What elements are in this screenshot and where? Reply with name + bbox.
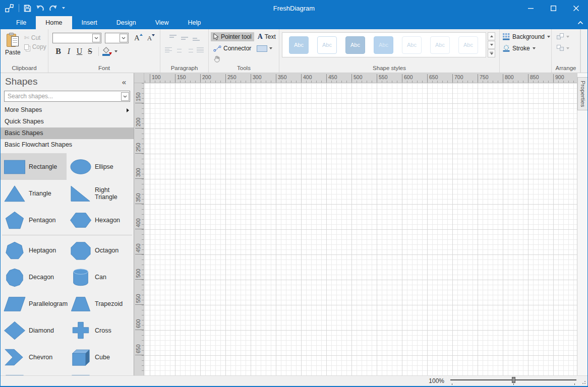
grow-font-button[interactable]: A bbox=[132, 34, 142, 42]
text-tool-button[interactable]: A Text bbox=[255, 32, 278, 42]
maximize-button[interactable] bbox=[542, 0, 565, 16]
copy-button[interactable]: Copy bbox=[24, 43, 46, 50]
pointer-tool-button[interactable]: Pointer tool bbox=[211, 32, 254, 41]
shape-search-box bbox=[4, 91, 130, 102]
shape-item-parallelogram[interactable]: Parallelogram bbox=[1, 290, 67, 317]
sidebar-item-basic-shapes[interactable]: Basic Shapes bbox=[1, 127, 134, 139]
shape-item-pentagon[interactable]: Pentagon bbox=[1, 207, 67, 233]
stroke-button[interactable]: Stroke bbox=[503, 43, 551, 54]
shape-item-chevron[interactable]: Chevron bbox=[1, 344, 67, 370]
font-group: A A B I U S Font bbox=[48, 29, 160, 73]
sidebar-item-quick-shapes[interactable]: Quick Shapes bbox=[1, 116, 134, 127]
chevron-shape-icon bbox=[1, 347, 29, 367]
redo-button[interactable] bbox=[49, 5, 57, 12]
shape-item-partial[interactable] bbox=[67, 370, 133, 375]
shape-gallery-row: DecagonCan bbox=[1, 264, 134, 290]
underline-button[interactable]: U bbox=[75, 47, 84, 56]
shape-item-octagon[interactable]: Octagon bbox=[67, 237, 133, 264]
style-scroll-up-button[interactable] bbox=[488, 32, 495, 40]
style-scroll-down-button[interactable] bbox=[488, 41, 495, 49]
strikethrough-button[interactable]: S bbox=[85, 47, 95, 56]
style-gallery-expand-button[interactable] bbox=[488, 49, 495, 57]
shape-item-rectangle[interactable]: Rectangle bbox=[1, 153, 67, 180]
send-backward-button[interactable] bbox=[557, 43, 580, 54]
shape-gallery-row: DiamondCross bbox=[1, 317, 134, 344]
shape-style-tile-4[interactable]: Abc bbox=[374, 36, 393, 54]
align-left-button[interactable] bbox=[165, 47, 172, 53]
shape-style-tile-3[interactable]: Abc bbox=[345, 36, 365, 54]
italic-button[interactable]: I bbox=[64, 47, 74, 56]
undo-button[interactable] bbox=[36, 5, 44, 12]
search-shapes-input[interactable] bbox=[5, 93, 121, 100]
tab-design[interactable]: Design bbox=[107, 16, 146, 29]
ribbon-tab-bar: FileHomeInsertDesignViewHelp bbox=[1, 16, 587, 29]
pan-hand-icon[interactable] bbox=[213, 55, 220, 62]
connector-tool-button[interactable]: Connector bbox=[211, 44, 254, 53]
shape-item-ellipse[interactable]: Ellipse bbox=[67, 153, 133, 180]
shape-item-cube[interactable]: Cube bbox=[67, 344, 133, 370]
octagon-shape-icon bbox=[67, 240, 95, 261]
shape-item-label: Chevron bbox=[29, 354, 52, 361]
shape-style-tile-5[interactable]: Abc bbox=[402, 36, 422, 54]
collapse-panel-icon[interactable]: « bbox=[122, 78, 134, 86]
shape-style-tile-1[interactable]: Abc bbox=[289, 36, 309, 54]
shape-item-right-triangle[interactable]: Right Triangle bbox=[67, 180, 133, 207]
shape-item-trapezoid[interactable]: Trapezoid bbox=[67, 290, 133, 317]
cut-button[interactable]: ✄ Cut bbox=[24, 34, 46, 41]
h-ruler-label: 650 bbox=[427, 74, 438, 83]
drawing-canvas[interactable] bbox=[144, 83, 577, 375]
fill-color-icon[interactable] bbox=[102, 47, 112, 56]
shape-style-tile-7[interactable]: Abc bbox=[458, 36, 478, 54]
shape-fill-swatch[interactable] bbox=[257, 45, 267, 52]
swatch-dropdown-icon[interactable] bbox=[269, 47, 272, 49]
bring-forward-button[interactable] bbox=[557, 31, 580, 42]
background-button[interactable]: Background bbox=[503, 31, 551, 42]
send-backward-dropdown-icon bbox=[566, 47, 569, 49]
v-ruler-label: 350 bbox=[135, 193, 144, 204]
tab-view[interactable]: View bbox=[146, 16, 179, 29]
search-dropdown-icon[interactable] bbox=[121, 92, 129, 101]
sidebar-item-basic-flowchart-shapes[interactable]: Basic Flowchart Shapes bbox=[1, 139, 134, 151]
customize-toolbar-dropdown-icon[interactable] bbox=[62, 7, 65, 9]
arrange-group-label: Arrange bbox=[552, 65, 580, 71]
shape-item-partial[interactable] bbox=[1, 370, 67, 375]
save-button[interactable] bbox=[24, 5, 31, 12]
collapse-ribbon-icon[interactable] bbox=[577, 19, 583, 26]
tab-file[interactable]: File bbox=[7, 16, 36, 29]
paragraph-group-label: Paragraph bbox=[160, 65, 208, 71]
shape-item-label: Parallelogram bbox=[29, 300, 68, 307]
fill-color-dropdown-icon[interactable] bbox=[114, 50, 117, 52]
window-resize-grip[interactable] bbox=[581, 379, 586, 384]
align-right-button[interactable] bbox=[186, 47, 193, 53]
right-triangle-shape-icon bbox=[67, 183, 95, 204]
zoom-slider[interactable] bbox=[450, 377, 576, 385]
shape-item-triangle[interactable]: Triangle bbox=[1, 180, 67, 207]
align-middle-button[interactable] bbox=[181, 35, 188, 41]
tab-insert[interactable]: Insert bbox=[72, 16, 107, 29]
align-top-button[interactable] bbox=[169, 35, 177, 41]
sidebar-item-more-shapes[interactable]: More Shapes bbox=[1, 104, 134, 116]
shape-item-diamond[interactable]: Diamond bbox=[1, 317, 67, 344]
minimize-button[interactable] bbox=[519, 0, 542, 16]
shape-style-tile-2[interactable]: Abc bbox=[317, 36, 337, 54]
shape-item-cross[interactable]: Cross bbox=[67, 317, 133, 344]
bold-button[interactable]: B bbox=[53, 47, 63, 56]
font-size-select[interactable] bbox=[105, 33, 129, 43]
justify-button[interactable] bbox=[197, 47, 204, 53]
font-family-select[interactable] bbox=[52, 33, 101, 43]
properties-tab[interactable]: Properties bbox=[577, 77, 587, 110]
zoom-slider-thumb[interactable] bbox=[512, 377, 515, 383]
tab-help[interactable]: Help bbox=[179, 16, 211, 29]
tab-home[interactable]: Home bbox=[36, 16, 72, 29]
align-bottom-button[interactable] bbox=[193, 35, 200, 41]
shrink-font-button[interactable]: A bbox=[145, 34, 154, 42]
shape-item-label: Triangle bbox=[29, 190, 51, 197]
shape-style-tile-6[interactable]: Abc bbox=[430, 36, 450, 54]
trapezoid-shape-icon bbox=[67, 294, 95, 314]
align-center-button[interactable] bbox=[175, 47, 183, 53]
shape-item-heptagon[interactable]: Heptagon bbox=[1, 237, 67, 264]
shape-item-decagon[interactable]: Decagon bbox=[1, 264, 67, 290]
close-button[interactable] bbox=[565, 0, 587, 16]
shape-item-hexagon[interactable]: Hexagon bbox=[67, 207, 133, 233]
shape-item-can[interactable]: Can bbox=[67, 264, 133, 290]
